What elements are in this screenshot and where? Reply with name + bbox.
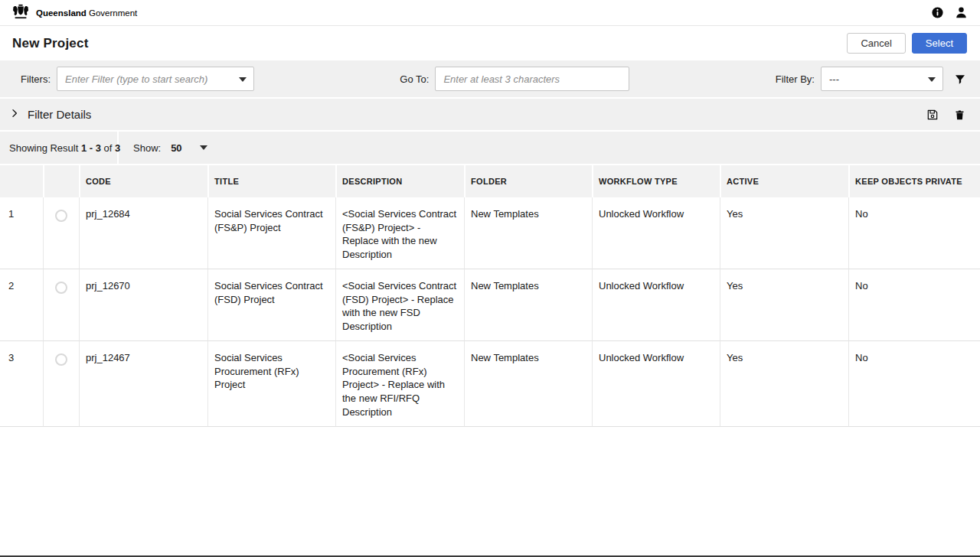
- filterby-label: Filter By:: [776, 73, 815, 85]
- chevron-right-icon: [9, 108, 20, 122]
- column-header-active[interactable]: ACTIVE: [720, 165, 848, 197]
- show-label: Show:: [133, 142, 161, 154]
- cell-workflow-type: Unlocked Workflow: [592, 197, 720, 269]
- coat-of-arms-icon: [11, 3, 31, 23]
- trash-icon[interactable]: [952, 108, 966, 122]
- filterby-field-group: Filter By: ---: [776, 67, 966, 91]
- cell-folder: New Templates: [464, 269, 592, 341]
- filter-details-label: Filter Details: [28, 108, 91, 121]
- topbar-icons: [930, 6, 968, 20]
- of-word: of: [104, 142, 113, 154]
- cell-title: Social Services Contract (FS&P) Project: [207, 197, 335, 269]
- cell-workflow-type: Unlocked Workflow: [592, 269, 720, 341]
- row-select-cell: [43, 269, 79, 341]
- cell-keep-objects-private: No: [848, 341, 980, 427]
- filter-details-bar: Filter Details: [0, 99, 980, 130]
- dropdown-caret-icon: [928, 77, 936, 82]
- column-header-rownum: [0, 165, 43, 197]
- filters-combobox[interactable]: [57, 67, 254, 91]
- show-page-size-value[interactable]: 50: [171, 142, 181, 154]
- filters-label: Filters:: [21, 73, 51, 85]
- page-title: New Project: [12, 36, 89, 51]
- column-header-workflow-type[interactable]: WORKFLOW TYPE: [592, 165, 720, 197]
- cell-keep-objects-private: No: [848, 269, 980, 341]
- cell-code: prj_12467: [79, 341, 207, 427]
- column-header-title[interactable]: TITLE: [207, 165, 335, 197]
- user-icon[interactable]: [954, 6, 968, 20]
- column-header-folder[interactable]: FOLDER: [464, 165, 592, 197]
- table-row: 1 prj_12684 Social Services Contract (FS…: [0, 197, 980, 269]
- cell-description: <Social Services Procurement (RFx) Proje…: [335, 341, 464, 427]
- row-number: 3: [0, 341, 43, 427]
- table-row: 3 prj_12467 Social Services Procurement …: [0, 341, 980, 427]
- cell-code: prj_12684: [79, 197, 207, 269]
- new-project-dialog: Queensland Government New Project Cancel: [0, 0, 980, 557]
- cell-folder: New Templates: [464, 341, 592, 427]
- cell-workflow-type: Unlocked Workflow: [592, 341, 720, 427]
- logo-text-regular: Government: [89, 8, 137, 18]
- logo-text-bold: Queensland: [36, 8, 87, 18]
- dropdown-caret-icon[interactable]: [200, 145, 207, 150]
- column-header-code[interactable]: CODE: [79, 165, 207, 197]
- save-icon[interactable]: [926, 108, 939, 122]
- cell-active: Yes: [720, 341, 848, 427]
- showing-prefix: Showing Result: [9, 142, 78, 154]
- row-number: 2: [0, 269, 43, 341]
- filterby-selected-value: ---: [822, 73, 847, 85]
- goto-label: Go To:: [400, 73, 429, 85]
- filters-bar: Filters: Go To: Filter By: ---: [0, 60, 980, 97]
- cancel-button[interactable]: Cancel: [847, 33, 905, 54]
- showing-result-text: Showing Result 1 - 3 of 3: [0, 132, 119, 164]
- cell-keep-objects-private: No: [848, 197, 980, 269]
- column-header-keep-objects-private[interactable]: KEEP OBJECTS PRIVATE: [848, 165, 980, 197]
- row-select-cell: [43, 197, 79, 269]
- row-radio-button[interactable]: [55, 353, 67, 366]
- top-bar: Queensland Government: [0, 0, 980, 26]
- filter-details-actions: [926, 108, 966, 122]
- cell-title: Social Services Procurement (RFx) Projec…: [207, 341, 335, 427]
- cell-active: Yes: [720, 197, 848, 269]
- goto-field-group: Go To:: [400, 67, 629, 91]
- title-row: New Project Cancel Select: [0, 26, 980, 60]
- table-header-row: CODE TITLE DESCRIPTION FOLDER WORKFLOW T…: [0, 165, 980, 197]
- results-bar: Showing Result 1 - 3 of 3 Show: 50: [0, 132, 980, 164]
- cell-active: Yes: [720, 269, 848, 341]
- show-control: Show: 50: [119, 132, 207, 164]
- cell-description: <Social Services Contract (FSD) Project>…: [335, 269, 464, 341]
- filters-field-group: Filters:: [21, 67, 254, 91]
- column-header-select: [43, 165, 79, 197]
- goto-input-wrap: [435, 67, 629, 91]
- filter-details-toggle[interactable]: Filter Details: [9, 108, 91, 122]
- row-select-cell: [43, 341, 79, 427]
- cell-description: <Social Services Contract (FS&P) Project…: [335, 197, 464, 269]
- info-icon[interactable]: [930, 6, 944, 20]
- title-actions: Cancel Select: [847, 33, 967, 54]
- dropdown-caret-icon[interactable]: [239, 77, 247, 82]
- table-row: 2 prj_12670 Social Services Contract (FS…: [0, 269, 980, 341]
- goto-input[interactable]: [436, 67, 629, 90]
- cell-code: prj_12670: [79, 269, 207, 341]
- queensland-government-logo: Queensland Government: [11, 3, 137, 23]
- filterby-select[interactable]: ---: [821, 67, 943, 91]
- cell-folder: New Templates: [464, 197, 592, 269]
- result-range: 1 - 3: [81, 142, 101, 154]
- cell-title: Social Services Contract (FSD) Project: [207, 269, 335, 341]
- row-number: 1: [0, 197, 43, 269]
- logo-text: Queensland Government: [36, 8, 137, 18]
- column-header-description[interactable]: DESCRIPTION: [335, 165, 464, 197]
- filters-input[interactable]: [57, 67, 253, 90]
- select-button[interactable]: Select: [912, 33, 967, 54]
- projects-table: CODE TITLE DESCRIPTION FOLDER WORKFLOW T…: [0, 165, 980, 427]
- row-radio-button[interactable]: [55, 282, 67, 294]
- row-radio-button[interactable]: [55, 210, 67, 222]
- funnel-icon[interactable]: [954, 73, 966, 86]
